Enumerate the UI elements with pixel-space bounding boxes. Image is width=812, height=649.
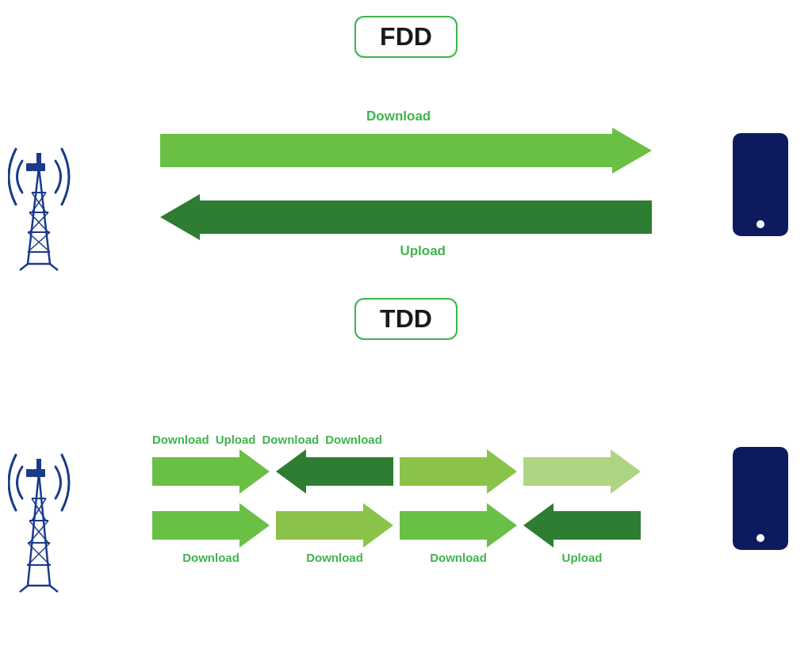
- fdd-phone: [733, 133, 788, 236]
- tdd-bottom-label-4: Upload: [562, 551, 603, 564]
- tdd-bottom-label-row: Download Download Download Upload: [152, 551, 660, 565]
- fdd-tower: [0, 97, 103, 272]
- phone-dot: [756, 220, 764, 228]
- tower-icon: [8, 97, 95, 272]
- tdd-arrow-r3: [523, 449, 641, 494]
- tdd-bottom-label-1: Download: [182, 551, 239, 564]
- svg-rect-34: [26, 469, 33, 477]
- svg-line-17: [50, 264, 58, 270]
- fdd-download-arrow: [160, 128, 652, 174]
- fdd-arrows: Download Upload: [103, 109, 709, 261]
- svg-marker-41: [152, 503, 270, 548]
- svg-rect-14: [39, 163, 45, 171]
- tdd-arrow-r1: [152, 449, 270, 494]
- tdd-item-3: Download: [262, 433, 320, 446]
- svg-marker-21: [28, 473, 50, 586]
- tdd-label-4: Download: [325, 433, 382, 446]
- svg-line-36: [50, 586, 58, 592]
- tdd-arrows-area: Download Upload Download Download: [103, 433, 709, 565]
- fdd-diagram: Download Upload: [0, 82, 812, 288]
- tdd-top-arrows-row: [152, 449, 660, 494]
- svg-rect-33: [39, 469, 45, 477]
- svg-marker-37: [152, 449, 270, 494]
- fdd-section: FDD: [0, 16, 812, 290]
- svg-rect-13: [33, 163, 39, 171]
- tdd-item-1: Download: [152, 433, 209, 446]
- svg-marker-40: [523, 449, 641, 494]
- tdd-tower-icon: [8, 403, 95, 594]
- svg-marker-18: [160, 128, 652, 174]
- tdd-item-2: Upload: [216, 433, 256, 446]
- tdd-bottom-label-3: Download: [430, 551, 487, 564]
- tdd-bottom-arrows-row: [152, 503, 660, 548]
- tdd-phone-container: [709, 447, 812, 550]
- tdd-arrow-r6: [400, 503, 517, 548]
- tdd-section: TDD: [0, 298, 812, 633]
- tdd-top-label-row: Download Upload Download Download: [152, 433, 660, 446]
- svg-rect-15: [26, 163, 33, 171]
- tdd-arrow-l1: [276, 449, 393, 494]
- tdd-arrow-r2: [400, 449, 517, 494]
- tdd-phone: [733, 447, 788, 550]
- svg-rect-32: [33, 469, 39, 477]
- tdd-item-4: Download: [325, 433, 382, 446]
- svg-marker-38: [276, 449, 393, 494]
- svg-marker-43: [400, 503, 517, 548]
- svg-marker-19: [160, 194, 652, 240]
- tdd-badge: TDD: [354, 298, 458, 340]
- tdd-phone-dot: [756, 534, 764, 542]
- main-container: FDD: [0, 0, 812, 649]
- fdd-upload-label: Upload: [400, 243, 446, 259]
- svg-line-35: [20, 586, 28, 592]
- tdd-arrow-r4: [152, 503, 270, 548]
- tdd-label-3: Download: [262, 433, 320, 446]
- tdd-arrow-r5: [276, 503, 393, 548]
- svg-line-16: [20, 264, 28, 270]
- fdd-badge: FDD: [354, 16, 458, 58]
- tdd-label-2: Upload: [216, 433, 256, 446]
- svg-marker-39: [400, 449, 517, 494]
- tdd-tower: [0, 403, 103, 594]
- tdd-title: TDD: [380, 304, 432, 333]
- tdd-arrow-l2: [523, 503, 641, 548]
- svg-marker-44: [523, 503, 641, 548]
- fdd-phone-container: [709, 133, 812, 236]
- fdd-title: FDD: [380, 22, 432, 51]
- tdd-label-1: Download: [152, 433, 209, 446]
- fdd-download-label: Download: [366, 109, 431, 124]
- fdd-upload-arrow: [160, 194, 652, 240]
- tdd-bottom-label-2: Download: [306, 551, 363, 564]
- svg-marker-42: [276, 503, 393, 548]
- tdd-diagram: Download Upload Download Download: [0, 364, 812, 633]
